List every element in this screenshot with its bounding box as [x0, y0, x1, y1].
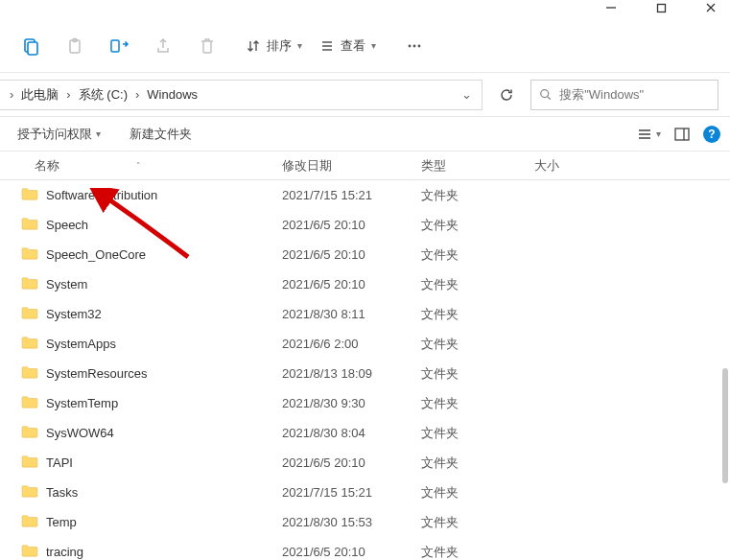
cell-type: 文件夹	[408, 395, 521, 412]
table-row[interactable]: Speech2021/6/5 20:10文件夹	[0, 210, 730, 240]
svg-rect-8	[111, 40, 119, 52]
folder-icon	[21, 544, 38, 560]
file-name: TAPI	[46, 455, 73, 470]
search-box[interactable]	[530, 80, 718, 110]
file-name: Speech_OneCore	[46, 247, 146, 262]
folder-icon	[21, 514, 38, 530]
copy-button[interactable]	[10, 29, 52, 63]
sort-caret-icon: ˄	[136, 161, 141, 171]
share-button[interactable]	[142, 29, 184, 63]
chevron-down-icon: ▾	[96, 128, 101, 139]
maximize-button[interactable]	[649, 0, 672, 15]
cell-name: SoftwareDistribution	[0, 187, 269, 203]
folder-icon	[21, 455, 38, 471]
cell-date: 2021/6/5 20:10	[269, 277, 408, 292]
paste-button[interactable]	[54, 29, 96, 63]
cell-type: 文件夹	[408, 514, 521, 531]
cell-date: 2021/6/5 20:10	[269, 247, 408, 262]
file-name: SystemApps	[46, 337, 116, 351]
svg-point-10	[413, 44, 416, 47]
close-button[interactable]	[699, 0, 722, 15]
cell-type: 文件夹	[408, 246, 521, 264]
file-name: Temp	[46, 515, 77, 529]
column-header-row: 名称 ˄ 修改日期 类型 大小	[0, 152, 730, 180]
table-row[interactable]: SysWOW642021/8/30 8:04文件夹	[0, 418, 730, 448]
search-input[interactable]	[559, 87, 710, 102]
table-row[interactable]: Temp2021/8/30 15:53文件夹	[0, 507, 730, 537]
address-bar-row: › 此电脑 › 系统 (C:) › Windows ⌄	[0, 73, 730, 117]
table-row[interactable]: tracing2021/6/5 20:10文件夹	[0, 537, 730, 560]
table-row[interactable]: SoftwareDistribution2021/7/15 15:21文件夹	[0, 180, 730, 210]
column-header-name[interactable]: 名称 ˄	[0, 152, 269, 179]
chevron-down-icon: ▾	[371, 40, 376, 51]
cell-date: 2021/8/30 8:11	[269, 307, 408, 321]
svg-rect-1	[657, 4, 665, 12]
delete-button[interactable]	[186, 29, 228, 63]
address-bar[interactable]: › 此电脑 › 系统 (C:) › Windows ⌄	[0, 80, 483, 110]
cell-type: 文件夹	[408, 484, 521, 502]
table-row[interactable]: TAPI2021/6/5 20:10文件夹	[0, 448, 730, 478]
table-row[interactable]: Tasks2021/7/15 15:21文件夹	[0, 478, 730, 507]
minimize-button[interactable]	[600, 0, 623, 15]
cell-name: TAPI	[0, 455, 269, 471]
svg-point-12	[541, 90, 549, 98]
cell-name: System32	[0, 306, 269, 322]
cell-date: 2021/7/15 15:21	[269, 485, 408, 500]
cell-type: 文件夹	[408, 276, 521, 293]
more-button[interactable]	[393, 29, 436, 63]
cell-date: 2021/6/5 20:10	[269, 545, 408, 559]
cell-name: System	[0, 276, 269, 292]
breadcrumb[interactable]: Windows	[143, 87, 201, 102]
cell-type: 文件夹	[408, 365, 521, 383]
table-row[interactable]: System322021/8/30 8:11文件夹	[0, 299, 730, 329]
chevron-down-icon: ▾	[656, 128, 661, 139]
search-icon	[539, 87, 552, 102]
cut-button[interactable]	[98, 29, 140, 63]
folder-icon	[21, 336, 38, 352]
list-icon	[319, 38, 335, 54]
view-button[interactable]: 查看 ▾	[312, 29, 384, 63]
path-dropdown-icon[interactable]: ⌄	[461, 87, 482, 102]
cell-type: 文件夹	[408, 455, 521, 472]
table-row[interactable]: SystemApps2021/6/6 2:00文件夹	[0, 329, 730, 359]
column-header-type[interactable]: 类型	[408, 152, 521, 179]
cell-type: 文件夹	[408, 544, 521, 561]
cell-date: 2021/6/5 20:10	[269, 218, 408, 232]
file-name: Speech	[46, 218, 88, 232]
cell-date: 2021/7/15 15:21	[269, 188, 408, 202]
cell-name: SystemApps	[0, 336, 269, 352]
preview-pane-icon[interactable]	[674, 128, 690, 141]
cell-date: 2021/8/30 9:30	[269, 396, 408, 410]
layout-list-icon[interactable]: ▾	[637, 128, 661, 141]
breadcrumb[interactable]: 此电脑	[17, 86, 62, 104]
cell-name: SysWOW64	[0, 425, 269, 441]
table-row[interactable]: SystemTemp2021/8/30 9:30文件夹	[0, 388, 730, 418]
grant-access-button[interactable]: 授予访问权限 ▾	[10, 126, 108, 143]
cell-date: 2021/8/13 18:09	[269, 366, 408, 381]
scrollbar-thumb[interactable]	[722, 368, 728, 483]
cell-date: 2021/8/30 8:04	[269, 426, 408, 440]
sort-button[interactable]: 排序 ▾	[238, 29, 310, 63]
cell-name: SystemTemp	[0, 395, 269, 411]
cell-name: Temp	[0, 514, 269, 530]
new-folder-button[interactable]: 新建文件夹	[122, 126, 200, 143]
cell-type: 文件夹	[408, 217, 521, 234]
folder-icon	[21, 187, 38, 203]
cell-type: 文件夹	[408, 425, 521, 442]
chevron-right-icon: ›	[131, 87, 143, 102]
table-row[interactable]: System2021/6/5 20:10文件夹	[0, 269, 730, 299]
table-row[interactable]: Speech_OneCore2021/6/5 20:10文件夹	[0, 240, 730, 269]
breadcrumb[interactable]: 系统 (C:)	[75, 86, 131, 104]
column-header-date[interactable]: 修改日期	[269, 152, 408, 179]
cell-type: 文件夹	[408, 336, 521, 353]
svg-line-13	[548, 97, 551, 100]
svg-rect-5	[28, 42, 37, 55]
help-icon[interactable]: ?	[703, 126, 720, 143]
refresh-button[interactable]	[492, 80, 521, 110]
table-row[interactable]: SystemResources2021/8/13 18:09文件夹	[0, 359, 730, 388]
column-header-size[interactable]: 大小	[521, 152, 607, 179]
file-name: SoftwareDistribution	[46, 188, 157, 202]
file-name: System	[46, 277, 87, 292]
cell-name: tracing	[0, 544, 269, 560]
file-name: SysWOW64	[46, 426, 114, 440]
